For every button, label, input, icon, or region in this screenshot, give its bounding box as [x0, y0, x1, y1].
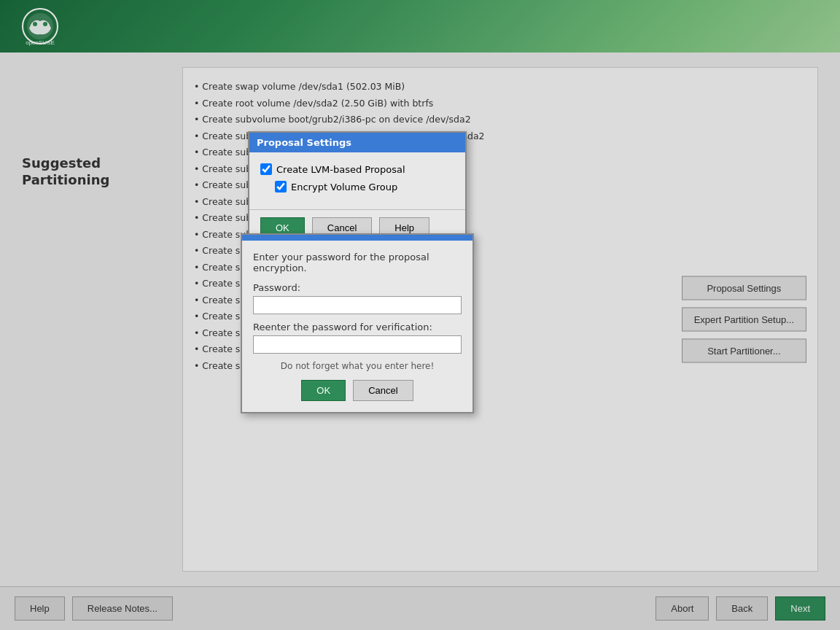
password-description: Enter your password for the proposal enc…: [253, 252, 462, 273]
create-lvm-label: Create LVM-based Proposal: [276, 164, 405, 175]
reenter-label: Reenter the password for verification:: [253, 322, 462, 332]
proposal-dialog-body: Create LVM-based Proposal Encrypt Volume…: [249, 152, 465, 209]
create-lvm-row: Create LVM-based Proposal: [260, 163, 454, 175]
proposal-settings-dialog: Proposal Settings Create LVM-based Propo…: [248, 131, 467, 247]
password-dialog: Enter your password for the proposal enc…: [241, 233, 474, 413]
password-dialog-buttons: OK Cancel: [253, 380, 462, 401]
encrypt-label: Encrypt Volume Group: [291, 182, 397, 192]
password-note: Do not forget what you enter here!: [253, 361, 462, 371]
reenter-password-input[interactable]: [253, 335, 462, 354]
proposal-dialog-title: Proposal Settings: [249, 133, 465, 152]
encrypt-row: Encrypt Volume Group: [275, 181, 454, 192]
password-dialog-body: Enter your password for the proposal enc…: [242, 241, 472, 412]
password-ok-button[interactable]: OK: [301, 380, 346, 401]
password-input[interactable]: [253, 296, 462, 314]
password-label: Password:: [253, 282, 462, 293]
password-cancel-button[interactable]: Cancel: [353, 380, 413, 401]
create-lvm-checkbox[interactable]: [260, 163, 272, 175]
encrypt-checkbox[interactable]: [275, 181, 287, 192]
password-dialog-titlebar: [242, 235, 472, 241]
